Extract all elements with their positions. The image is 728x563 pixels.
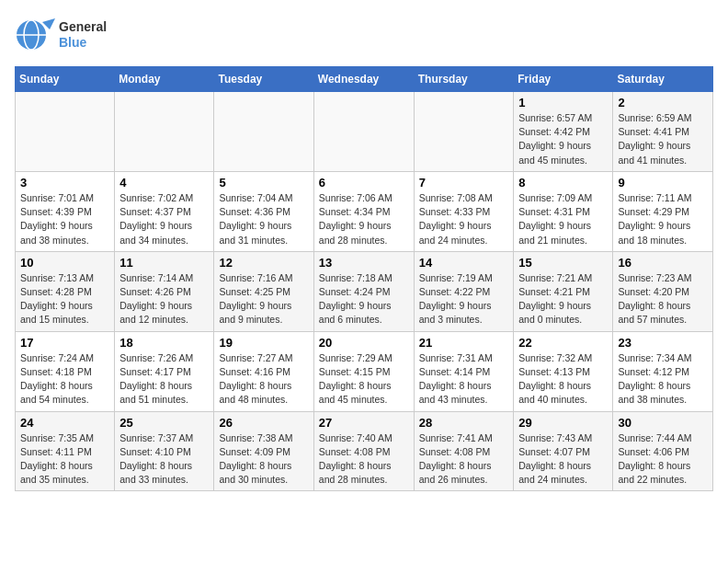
weekday-header-row: SundayMondayTuesdayWednesdayThursdayFrid… xyxy=(16,67,713,92)
day-number: 18 xyxy=(119,336,209,350)
day-info: Sunrise: 7:21 AM Sunset: 4:21 PM Dayligh… xyxy=(518,271,608,327)
day-number: 15 xyxy=(518,256,608,270)
weekday-header-sunday: Sunday xyxy=(16,67,115,92)
day-info: Sunrise: 7:19 AM Sunset: 4:22 PM Dayligh… xyxy=(419,271,509,327)
day-number: 4 xyxy=(119,176,209,190)
calendar-cell: 7Sunrise: 7:08 AM Sunset: 4:33 PM Daylig… xyxy=(414,171,514,251)
page-header: GeneralBlue xyxy=(15,15,713,55)
calendar-cell: 1Sunrise: 6:57 AM Sunset: 4:42 PM Daylig… xyxy=(514,92,613,172)
day-info: Sunrise: 7:27 AM Sunset: 4:16 PM Dayligh… xyxy=(219,351,308,408)
day-info: Sunrise: 7:26 AM Sunset: 4:17 PM Dayligh… xyxy=(119,351,209,408)
calendar-cell xyxy=(16,92,115,172)
calendar-cell: 9Sunrise: 7:11 AM Sunset: 4:29 PM Daylig… xyxy=(613,171,713,251)
day-number: 27 xyxy=(319,416,409,430)
calendar-cell xyxy=(313,92,414,172)
week-row-2: 3Sunrise: 7:01 AM Sunset: 4:39 PM Daylig… xyxy=(16,171,713,251)
week-row-3: 10Sunrise: 7:13 AM Sunset: 4:28 PM Dayli… xyxy=(16,251,713,331)
calendar-cell xyxy=(214,92,313,172)
day-number: 6 xyxy=(319,176,409,190)
day-info: Sunrise: 7:38 AM Sunset: 4:09 PM Dayligh… xyxy=(219,431,308,488)
calendar-cell: 6Sunrise: 7:06 AM Sunset: 4:34 PM Daylig… xyxy=(313,171,414,251)
day-number: 3 xyxy=(20,176,109,190)
weekday-header-wednesday: Wednesday xyxy=(313,67,414,92)
day-info: Sunrise: 7:04 AM Sunset: 4:36 PM Dayligh… xyxy=(219,191,308,247)
calendar-cell: 17Sunrise: 7:24 AM Sunset: 4:18 PM Dayli… xyxy=(16,331,115,411)
svg-marker-3 xyxy=(42,18,55,29)
day-info: Sunrise: 7:41 AM Sunset: 4:08 PM Dayligh… xyxy=(419,431,509,488)
calendar: SundayMondayTuesdayWednesdayThursdayFrid… xyxy=(15,66,713,491)
day-number: 9 xyxy=(618,176,708,190)
week-row-5: 24Sunrise: 7:35 AM Sunset: 4:11 PM Dayli… xyxy=(16,411,713,491)
calendar-cell: 5Sunrise: 7:04 AM Sunset: 4:36 PM Daylig… xyxy=(214,171,313,251)
logo-svg xyxy=(15,15,55,55)
day-number: 16 xyxy=(618,256,708,270)
day-info: Sunrise: 7:09 AM Sunset: 4:31 PM Dayligh… xyxy=(518,191,608,247)
day-number: 30 xyxy=(618,416,708,430)
day-number: 7 xyxy=(419,176,509,190)
logo-blue: Blue xyxy=(59,35,107,51)
day-number: 24 xyxy=(20,416,109,430)
day-info: Sunrise: 7:08 AM Sunset: 4:33 PM Dayligh… xyxy=(419,191,509,247)
day-number: 12 xyxy=(219,256,308,270)
weekday-header-tuesday: Tuesday xyxy=(214,67,313,92)
calendar-cell: 22Sunrise: 7:32 AM Sunset: 4:13 PM Dayli… xyxy=(514,331,613,411)
weekday-header-friday: Friday xyxy=(514,67,613,92)
day-info: Sunrise: 7:29 AM Sunset: 4:15 PM Dayligh… xyxy=(319,351,409,408)
calendar-cell: 14Sunrise: 7:19 AM Sunset: 4:22 PM Dayli… xyxy=(414,251,514,331)
day-number: 22 xyxy=(518,336,608,350)
calendar-cell: 29Sunrise: 7:43 AM Sunset: 4:07 PM Dayli… xyxy=(514,411,613,491)
day-info: Sunrise: 7:18 AM Sunset: 4:24 PM Dayligh… xyxy=(319,271,409,327)
calendar-cell: 25Sunrise: 7:37 AM Sunset: 4:10 PM Dayli… xyxy=(115,411,214,491)
calendar-cell: 26Sunrise: 7:38 AM Sunset: 4:09 PM Dayli… xyxy=(214,411,313,491)
day-info: Sunrise: 7:13 AM Sunset: 4:28 PM Dayligh… xyxy=(20,271,109,327)
week-row-1: 1Sunrise: 6:57 AM Sunset: 4:42 PM Daylig… xyxy=(16,92,713,172)
day-info: Sunrise: 7:34 AM Sunset: 4:12 PM Dayligh… xyxy=(618,351,708,408)
calendar-cell: 10Sunrise: 7:13 AM Sunset: 4:28 PM Dayli… xyxy=(16,251,115,331)
day-info: Sunrise: 7:01 AM Sunset: 4:39 PM Dayligh… xyxy=(20,191,109,247)
day-number: 14 xyxy=(419,256,509,270)
weekday-header-monday: Monday xyxy=(115,67,214,92)
day-info: Sunrise: 7:37 AM Sunset: 4:10 PM Dayligh… xyxy=(119,431,209,488)
calendar-cell: 8Sunrise: 7:09 AM Sunset: 4:31 PM Daylig… xyxy=(514,171,613,251)
day-info: Sunrise: 6:59 AM Sunset: 4:41 PM Dayligh… xyxy=(618,111,708,167)
day-number: 23 xyxy=(618,336,708,350)
day-info: Sunrise: 7:02 AM Sunset: 4:37 PM Dayligh… xyxy=(119,191,209,247)
calendar-cell: 24Sunrise: 7:35 AM Sunset: 4:11 PM Dayli… xyxy=(16,411,115,491)
day-info: Sunrise: 7:40 AM Sunset: 4:08 PM Dayligh… xyxy=(319,431,409,488)
day-info: Sunrise: 7:23 AM Sunset: 4:20 PM Dayligh… xyxy=(618,271,708,327)
day-info: Sunrise: 7:24 AM Sunset: 4:18 PM Dayligh… xyxy=(20,351,109,408)
day-info: Sunrise: 7:32 AM Sunset: 4:13 PM Dayligh… xyxy=(518,351,608,408)
day-info: Sunrise: 7:35 AM Sunset: 4:11 PM Dayligh… xyxy=(20,431,109,488)
calendar-cell: 15Sunrise: 7:21 AM Sunset: 4:21 PM Dayli… xyxy=(514,251,613,331)
day-info: Sunrise: 7:06 AM Sunset: 4:34 PM Dayligh… xyxy=(319,191,409,247)
day-info: Sunrise: 7:43 AM Sunset: 4:07 PM Dayligh… xyxy=(518,431,608,488)
calendar-cell: 23Sunrise: 7:34 AM Sunset: 4:12 PM Dayli… xyxy=(613,331,713,411)
calendar-cell: 19Sunrise: 7:27 AM Sunset: 4:16 PM Dayli… xyxy=(214,331,313,411)
day-info: Sunrise: 7:16 AM Sunset: 4:25 PM Dayligh… xyxy=(219,271,308,327)
calendar-cell: 27Sunrise: 7:40 AM Sunset: 4:08 PM Dayli… xyxy=(313,411,414,491)
calendar-cell: 16Sunrise: 7:23 AM Sunset: 4:20 PM Dayli… xyxy=(613,251,713,331)
day-number: 10 xyxy=(20,256,109,270)
logo: GeneralBlue xyxy=(15,15,107,55)
day-number: 21 xyxy=(419,336,509,350)
day-number: 1 xyxy=(518,96,608,109)
calendar-cell: 21Sunrise: 7:31 AM Sunset: 4:14 PM Dayli… xyxy=(414,331,514,411)
day-number: 29 xyxy=(518,416,608,430)
calendar-cell: 20Sunrise: 7:29 AM Sunset: 4:15 PM Dayli… xyxy=(313,331,414,411)
day-number: 20 xyxy=(319,336,409,350)
day-number: 11 xyxy=(119,256,209,270)
calendar-cell: 28Sunrise: 7:41 AM Sunset: 4:08 PM Dayli… xyxy=(414,411,514,491)
day-number: 5 xyxy=(219,176,308,190)
calendar-cell: 11Sunrise: 7:14 AM Sunset: 4:26 PM Dayli… xyxy=(115,251,214,331)
calendar-cell: 18Sunrise: 7:26 AM Sunset: 4:17 PM Dayli… xyxy=(115,331,214,411)
day-number: 2 xyxy=(618,96,708,109)
calendar-cell: 12Sunrise: 7:16 AM Sunset: 4:25 PM Dayli… xyxy=(214,251,313,331)
calendar-cell: 4Sunrise: 7:02 AM Sunset: 4:37 PM Daylig… xyxy=(115,171,214,251)
calendar-cell: 2Sunrise: 6:59 AM Sunset: 4:41 PM Daylig… xyxy=(613,92,713,172)
calendar-cell: 3Sunrise: 7:01 AM Sunset: 4:39 PM Daylig… xyxy=(16,171,115,251)
day-number: 28 xyxy=(419,416,509,430)
day-number: 8 xyxy=(518,176,608,190)
day-number: 19 xyxy=(219,336,308,350)
weekday-header-thursday: Thursday xyxy=(414,67,514,92)
calendar-cell xyxy=(414,92,514,172)
